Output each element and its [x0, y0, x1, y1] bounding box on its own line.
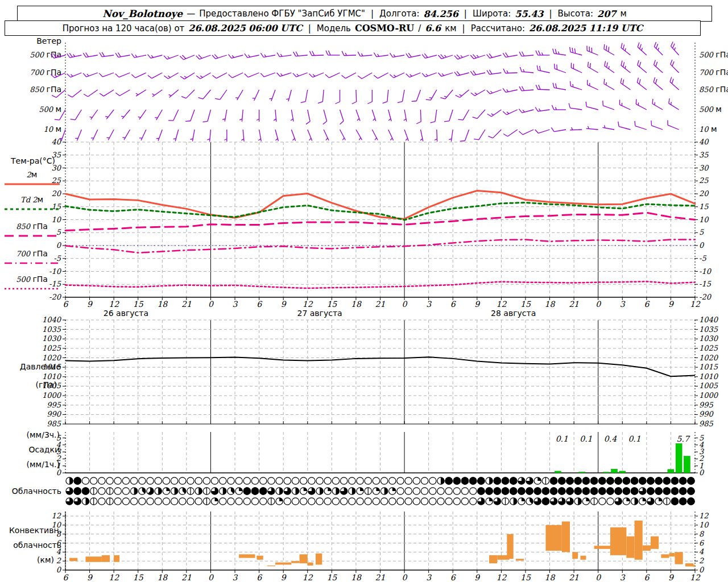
- wind-barb: [342, 69, 356, 80]
- cloud-cover-symbol: [66, 498, 73, 505]
- wind-barb: [601, 101, 616, 110]
- wind-barb-feather: [374, 52, 377, 57]
- precip-bar: [668, 469, 674, 473]
- cloud-fill: [279, 498, 283, 501]
- wind-barb-feather: [115, 92, 119, 97]
- wind-barb-feather: [487, 90, 490, 95]
- cloud-fill: [486, 488, 493, 494]
- wind-barb-shaft: [136, 90, 146, 96]
- wind-barb-shaft: [522, 72, 533, 73]
- cloud-fill: [688, 477, 694, 484]
- wind-barb: [115, 51, 130, 57]
- wind-barb: [667, 98, 681, 110]
- wind-barb-shaft: [451, 130, 453, 142]
- precip-ytick-label: 0: [56, 468, 62, 477]
- wind-barb-shaft: [621, 83, 630, 90]
- wind-barb: [224, 130, 227, 142]
- wind-barb: [273, 130, 279, 142]
- wind-barb-half-feather: [410, 74, 412, 77]
- wind-barb-feather: [301, 101, 305, 103]
- cloud-fill: [518, 488, 525, 494]
- cloud-cover-symbol: [114, 498, 121, 505]
- pressure-ytick-label: 1020: [42, 354, 62, 362]
- cloud-cover-symbol: [292, 488, 299, 494]
- cloud-cover-symbol: [542, 498, 549, 505]
- wind-barb-feather: [456, 94, 460, 98]
- cloud-fill: [502, 488, 508, 494]
- cloud-circle: [114, 498, 121, 505]
- cloud-cover-symbol: [486, 498, 493, 505]
- cloud-cover-symbol: [542, 477, 549, 484]
- cloudiness-label: Облачность: [12, 487, 61, 496]
- cloud-cover-symbol: [478, 498, 485, 505]
- hour-label: 6: [257, 573, 262, 582]
- cloud-cover-symbol: [413, 477, 420, 484]
- wind-barb: [570, 127, 582, 130]
- cloud-cover-symbol: [211, 477, 218, 484]
- wind-barb: [617, 122, 632, 130]
- wind-barb: [386, 130, 394, 142]
- cloud-fill: [441, 477, 444, 484]
- wind-barb-feather: [536, 85, 538, 89]
- wind-barb-shaft: [416, 90, 420, 101]
- cloud-cover-symbol: [413, 498, 420, 505]
- convective-panel-title: облачность: [13, 541, 61, 550]
- wind-barb-shaft: [619, 127, 630, 130]
- cloud-circle: [445, 488, 452, 494]
- wind-barb: [260, 68, 275, 77]
- cloud-fill: [478, 477, 485, 484]
- wind-barb-feather: [536, 51, 538, 55]
- wind-barb-feather: [326, 51, 328, 55]
- wind-barb-feather: [636, 60, 640, 65]
- wind-barb: [488, 126, 501, 139]
- wind-barb: [168, 88, 179, 98]
- cloud-circle: [405, 498, 412, 505]
- cloud-cover-symbol: [276, 488, 283, 494]
- cloud-fill: [574, 488, 581, 494]
- cloud-circle: [340, 477, 347, 484]
- precip-3h-sum-label: 0.1: [556, 434, 568, 443]
- cloud-cover-symbol: [122, 488, 129, 494]
- cloud-fill: [680, 488, 686, 494]
- cloud-cover-symbol: [590, 488, 597, 494]
- cloud-circle: [429, 488, 436, 494]
- wind-barb-shaft: [225, 110, 227, 122]
- cloud-cover-symbol: [559, 477, 565, 484]
- wind-barb-feather: [585, 102, 588, 107]
- wind-barb-feather: [309, 73, 312, 78]
- wind-barb: [636, 78, 650, 90]
- cloud-circle: [98, 488, 105, 494]
- hour-label: 12: [496, 573, 507, 582]
- cloud-cover-symbol: [373, 477, 379, 484]
- wind-barb: [669, 41, 682, 55]
- wind-barb-feather: [487, 54, 490, 59]
- cloud-cover-symbol: [211, 488, 218, 494]
- wind-barb-feather: [215, 97, 220, 101]
- wind-barb-feather: [535, 129, 539, 134]
- cloud-fill: [384, 488, 388, 494]
- cloud-cover-symbol: [228, 498, 234, 505]
- wind-barb-feather: [296, 51, 298, 56]
- cloud-fill: [239, 488, 242, 491]
- cloud-cover-symbol: [615, 498, 622, 505]
- cloud-cover-symbol: [139, 498, 146, 505]
- cloud-cover-symbol: [518, 477, 525, 484]
- cloud-fill: [376, 488, 379, 491]
- wind-barb: [202, 109, 210, 123]
- wind-barb-shaft: [139, 110, 146, 119]
- wind-barb-shaft: [463, 110, 469, 120]
- hour-label: 21: [181, 300, 192, 309]
- cloud-circle: [365, 498, 371, 505]
- cloud-cover-symbol: [324, 498, 331, 505]
- cloud-circle: [349, 477, 355, 484]
- precip-panel-title: (мм/3ч.): [27, 430, 60, 439]
- hour-label: 12: [690, 573, 701, 582]
- wind-barb-feather: [309, 51, 312, 56]
- cloud-fill: [607, 477, 614, 484]
- cloud-fill: [599, 488, 606, 494]
- convective-cloud-block: [626, 537, 634, 558]
- cloud-cover-symbol: [130, 488, 137, 494]
- wind-barb-half-feather: [374, 138, 377, 140]
- cloud-cover-symbol: [300, 488, 307, 494]
- cloud-circle: [179, 498, 186, 505]
